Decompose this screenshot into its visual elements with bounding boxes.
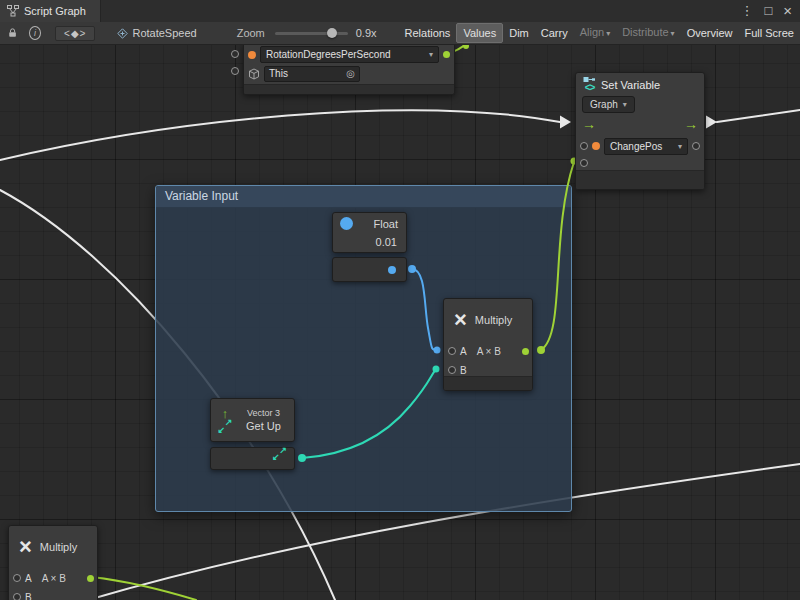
port-label-b: B	[460, 365, 467, 376]
float-type-icon	[340, 217, 353, 230]
flow-arrowhead-in	[560, 116, 571, 129]
tab-script-graph[interactable]: Script Graph	[0, 0, 101, 22]
zoom-label: Zoom	[237, 27, 265, 39]
input-port[interactable]	[231, 67, 239, 75]
variable-name-dropdown[interactable]: ChangePos ▾	[604, 138, 688, 155]
variable-type-dot	[592, 142, 600, 150]
vector-arrows-icon: ↗ ↙	[219, 420, 232, 433]
unity-script-graph-window: Script Graph ⋮ □ × i <◆> RotateSpeed Zoo…	[0, 0, 800, 600]
dim-button[interactable]: Dim	[503, 23, 535, 43]
node-float-literal[interactable]: Float 0.01	[332, 212, 407, 253]
node-vector3-get-up[interactable]: ↑ ↗ ↙ Vector 3 Get Up	[210, 398, 295, 442]
tab-title: Script Graph	[24, 5, 86, 17]
output-port-connected[interactable]	[87, 575, 94, 582]
graph-toolbar: i <◆> RotateSpeed Zoom 0.9x Relations Va…	[0, 22, 800, 45]
variables-icon: <>	[585, 83, 595, 92]
window-controls: ⋮ □ ×	[740, 0, 800, 22]
flow-port-row: → →	[576, 113, 704, 137]
node-title: Set Variable	[601, 79, 660, 91]
node-type-label: Vector 3	[247, 408, 280, 418]
input-port[interactable]	[580, 142, 588, 150]
chevron-down-icon: ▾	[623, 100, 627, 109]
graph-asset-reference[interactable]: RotateSpeed	[117, 27, 196, 39]
chevron-down-icon: ▾	[606, 29, 610, 38]
output-port-connected[interactable]	[388, 266, 396, 274]
value-port-row	[576, 155, 704, 171]
port-label-a: A	[25, 573, 32, 584]
output-port-connected[interactable]	[443, 51, 450, 58]
float-output-bar[interactable]	[332, 257, 407, 282]
wire-white-to-set-variable[interactable]	[0, 110, 560, 160]
toolbar-buttons: Relations Values Dim Carry Align▾ Distri…	[399, 22, 800, 44]
node-title: Multiply	[40, 541, 77, 553]
values-button[interactable]: Values	[456, 23, 503, 43]
multiply-icon: ×	[454, 299, 467, 341]
gameobject-cube-icon	[248, 68, 260, 80]
graph-name: RotateSpeed	[132, 27, 196, 39]
node-title: Get Up	[246, 420, 281, 432]
flow-arrowhead-out	[706, 116, 717, 129]
node-header: × Multiply	[9, 526, 97, 568]
fullscreen-button[interactable]: Full Scree	[738, 23, 800, 43]
node-title: Float	[374, 218, 398, 230]
port-label-a: A	[460, 346, 467, 357]
variable-name-dropdown[interactable]: RotationDegreesPerSecond ▾	[260, 46, 439, 63]
graph-asset-icon	[117, 28, 128, 39]
wire-green-multiply2-output[interactable]	[92, 577, 196, 600]
close-icon[interactable]: ×	[783, 0, 792, 22]
distribute-button: Distribute▾	[616, 22, 680, 44]
node-get-variable-rotation[interactable]: RotationDegreesPerSecond ▾ This ◎	[243, 44, 455, 95]
input-port-a[interactable]	[13, 574, 21, 582]
node-multiply[interactable]: × Multiply A A × B B	[443, 298, 533, 391]
group-header[interactable]: Variable Input	[156, 186, 571, 208]
variable-type-dot	[248, 51, 256, 59]
graph-canvas[interactable]: Variable Input	[0, 44, 800, 600]
graph-inspector-toggle-icon[interactable]: <◆>	[55, 26, 95, 41]
relations-button[interactable]: Relations	[399, 23, 457, 43]
zoom-slider-handle[interactable]	[327, 28, 337, 38]
result-label: A × B	[42, 573, 66, 584]
result-label: A × B	[477, 346, 501, 357]
value-input-port[interactable]	[580, 159, 588, 167]
input-port[interactable]	[231, 50, 239, 58]
carry-button[interactable]: Carry	[535, 23, 574, 43]
object-picker-icon[interactable]: ◎	[346, 68, 355, 79]
variable-scope-dropdown[interactable]: Graph ▾	[582, 96, 635, 113]
node-title: Multiply	[475, 314, 512, 326]
titlebar: Script Graph ⋮ □ ×	[0, 0, 800, 23]
output-port-connected[interactable]	[522, 348, 529, 355]
flow-out-port[interactable]: →	[684, 116, 698, 132]
node-set-variable[interactable]: <> Set Variable Graph ▾ → → ChangePos ▾	[575, 72, 705, 190]
lock-icon[interactable]	[8, 27, 17, 39]
info-icon[interactable]: i	[29, 26, 41, 40]
input-port-a[interactable]	[448, 347, 456, 355]
port-label-b: B	[25, 592, 32, 600]
input-port-b[interactable]	[13, 593, 21, 600]
target-object-field[interactable]: This ◎	[264, 66, 360, 82]
output-port[interactable]	[692, 142, 700, 150]
multiply-icon: ×	[19, 526, 32, 568]
menu-icon[interactable]: ⋮	[740, 0, 753, 22]
input-port-b[interactable]	[448, 366, 456, 374]
zoom-slider[interactable]	[275, 32, 348, 35]
wire-white-out-right[interactable]	[717, 110, 800, 122]
node-footer	[244, 84, 454, 94]
script-graph-icon	[7, 5, 19, 17]
overview-button[interactable]: Overview	[681, 23, 739, 43]
float-value-field[interactable]: 0.01	[333, 234, 406, 252]
maximize-icon[interactable]: □	[764, 0, 772, 22]
node-footer	[444, 376, 532, 390]
align-button: Align▾	[574, 22, 616, 44]
vector-output-port-icon[interactable]: ↗ ↙	[273, 446, 286, 459]
node-footer	[576, 170, 704, 189]
chevron-down-icon: ▾	[674, 142, 682, 151]
zoom-value: 0.9x	[356, 27, 377, 39]
node-header: × Multiply	[444, 299, 532, 341]
chevron-down-icon: ▾	[425, 50, 433, 59]
flow-in-port[interactable]: →	[582, 116, 596, 132]
node-multiply-2[interactable]: × Multiply A A × B B	[8, 525, 98, 600]
get-up-output-bar[interactable]: ↗ ↙	[210, 447, 295, 470]
chevron-down-icon: ▾	[671, 29, 675, 38]
node-header: <> Set Variable	[576, 73, 704, 95]
